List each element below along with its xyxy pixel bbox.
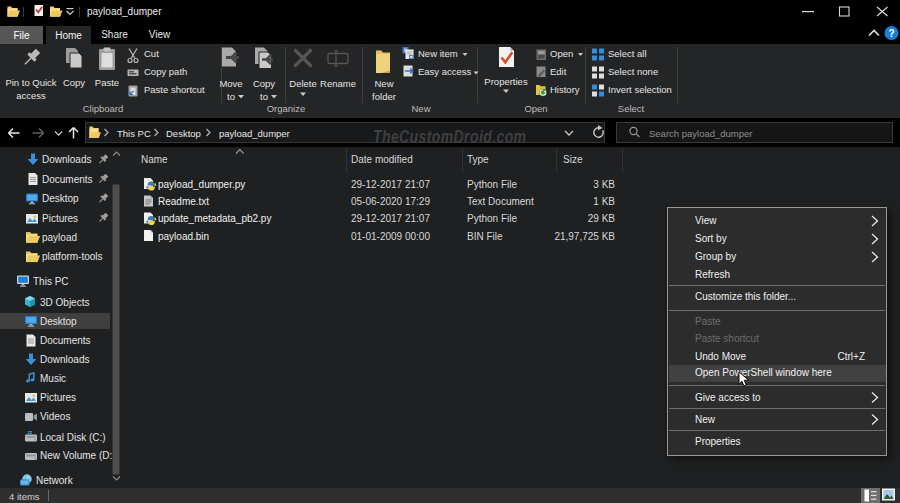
svg-text:?: ? <box>888 28 894 39</box>
